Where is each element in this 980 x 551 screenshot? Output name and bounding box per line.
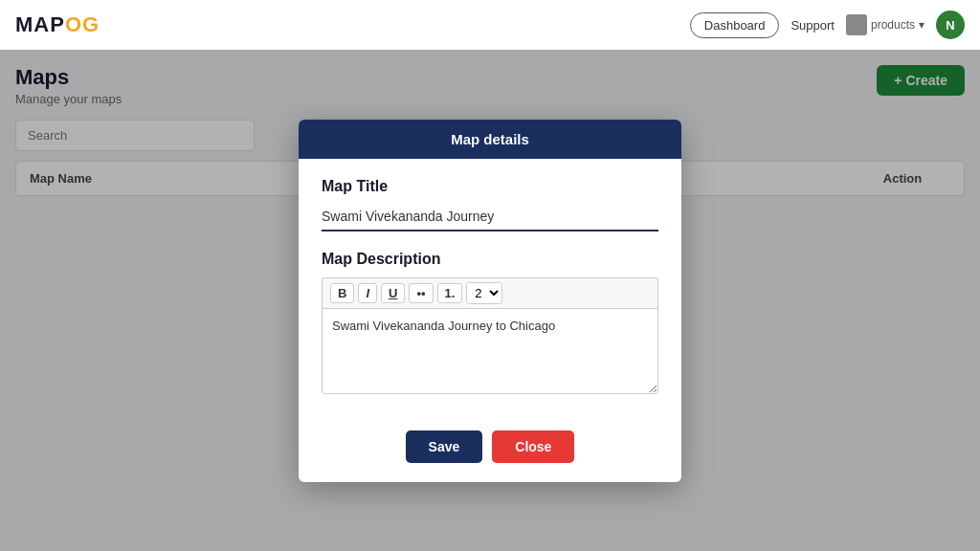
editor-toolbar: B I U •• 1. 2 1 3 <box>322 277 658 308</box>
modal-title: Map details <box>451 131 529 147</box>
map-desc-textarea[interactable]: Swami Vivekananda Journey to Chicago <box>322 308 658 394</box>
modal-body: Map Title Map Description B I U •• 1. 2 … <box>299 159 681 417</box>
bold-button[interactable]: B <box>330 283 354 303</box>
app-header: MAPOG Dashboard Support products ▾ N <box>0 0 980 50</box>
logo-map: MAP <box>15 12 65 37</box>
products-label: products <box>871 18 915 32</box>
products-icon <box>846 14 867 35</box>
logo: MAPOG <box>15 12 100 37</box>
map-title-label: Map Title <box>322 178 658 195</box>
dashboard-button[interactable]: Dashboard <box>690 12 780 38</box>
modal-overlay: Map details Map Title Map Description B … <box>0 50 980 551</box>
ordered-list-button[interactable]: 1. <box>437 283 463 303</box>
support-link[interactable]: Support <box>791 18 835 33</box>
italic-button[interactable]: I <box>358 283 377 303</box>
main-content: Maps Manage your maps + Create Map Name … <box>0 50 980 551</box>
unordered-list-button[interactable]: •• <box>409 283 433 303</box>
underline-button[interactable]: U <box>381 283 405 303</box>
modal: Map details Map Title Map Description B … <box>299 120 681 482</box>
header-right: Dashboard Support products ▾ N <box>690 11 965 39</box>
modal-header: Map details <box>299 120 681 159</box>
map-desc-label: Map Description <box>322 251 658 268</box>
products-button[interactable]: products ▾ <box>846 14 924 35</box>
chevron-down-icon: ▾ <box>919 18 924 32</box>
logo-og: OG <box>65 12 100 37</box>
close-button[interactable]: Close <box>492 430 574 463</box>
modal-footer: Save Close <box>299 417 681 482</box>
user-avatar[interactable]: N <box>936 11 965 39</box>
save-button[interactable]: Save <box>406 430 483 463</box>
font-size-select[interactable]: 2 1 3 <box>466 282 502 304</box>
map-title-input[interactable] <box>322 203 658 231</box>
